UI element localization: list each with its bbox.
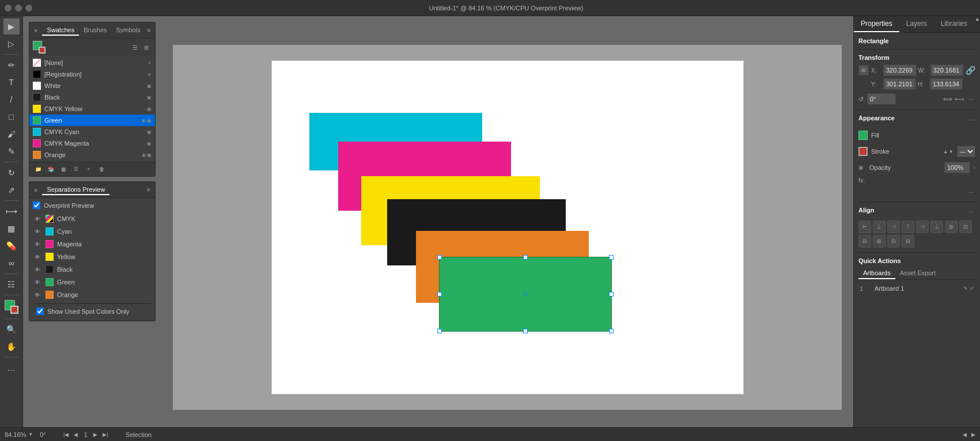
handle-tr[interactable]: [609, 255, 614, 260]
pen-tool[interactable]: ✏: [3, 57, 20, 73]
sep-black[interactable]: 👁 Black: [33, 263, 152, 276]
distribute-right-btn[interactable]: ⊟: [858, 235, 871, 248]
align-center-v-btn[interactable]: ⊣: [916, 221, 929, 233]
tab-layers[interactable]: Layers: [899, 16, 934, 32]
nav-arrow-left[interactable]: ◀: [963, 432, 967, 438]
color-indicator[interactable]: [3, 299, 20, 315]
blend-tool[interactable]: ∞: [3, 255, 20, 271]
handle-ml[interactable]: [437, 292, 442, 296]
align-more[interactable]: ⋯: [967, 208, 975, 216]
sep-green[interactable]: 👁 Green: [33, 276, 152, 288]
close-btn[interactable]: [5, 5, 12, 12]
zoom-tool[interactable]: 🔍: [3, 321, 20, 337]
sep-cmyk[interactable]: 👁 CMYK: [33, 212, 152, 225]
list-view-footer-btn[interactable]: ☰: [71, 164, 81, 174]
list-view-btn[interactable]: ☰: [130, 42, 140, 52]
swatch-white[interactable]: White ▣: [29, 80, 155, 92]
handle-bl[interactable]: [437, 329, 442, 333]
swatch-cmyk-cyan[interactable]: CMYK Cyan ▣: [29, 126, 155, 138]
handle-mr[interactable]: [609, 292, 614, 296]
align-top-edge-btn[interactable]: ⊤: [902, 221, 914, 233]
sep-magenta[interactable]: 👁 Magenta: [33, 238, 152, 250]
transform-w-input[interactable]: [930, 64, 964, 76]
flip-h-btn[interactable]: ⟺: [943, 96, 952, 103]
tab-properties[interactable]: Properties: [854, 16, 899, 32]
handle-tl[interactable]: [437, 255, 442, 260]
new-swatch-btn[interactable]: +: [84, 164, 94, 174]
stroke-up[interactable]: ▲: [943, 149, 948, 154]
swatch-stroke[interactable]: [39, 47, 46, 54]
hand-tool[interactable]: ✋: [3, 339, 20, 355]
fill-swatch[interactable]: [858, 131, 868, 140]
grid-view-btn[interactable]: ⊞: [141, 42, 152, 52]
tab-brushes[interactable]: Brushes: [79, 25, 111, 36]
right-panel-collapse[interactable]: ▲: [975, 16, 980, 32]
transform-h-input[interactable]: [930, 78, 963, 90]
eye-yellow[interactable]: 👁: [33, 252, 42, 261]
artboard[interactable]: [271, 60, 744, 394]
pencil-tool[interactable]: ✎: [3, 143, 20, 159]
next-page-btn[interactable]: ▶: [92, 431, 100, 439]
appearance-more[interactable]: ⋯: [967, 116, 975, 124]
eye-black[interactable]: 👁: [33, 265, 42, 274]
gradient-tool[interactable]: ▩: [3, 221, 20, 237]
distribute-center-h-btn[interactable]: ⊡: [959, 221, 972, 233]
more-tools[interactable]: …: [3, 360, 20, 376]
artboard-row[interactable]: 1 Artboard 1 ✎ ⬀: [858, 283, 975, 294]
align-right-edge-btn[interactable]: ⊣: [887, 221, 900, 233]
artboard-export-btn[interactable]: ⬀: [970, 286, 974, 291]
tab-swatches[interactable]: Swatches: [42, 25, 79, 36]
handle-br[interactable]: [609, 329, 614, 333]
eye-green[interactable]: 👁: [33, 277, 42, 287]
last-page-btn[interactable]: ▶|: [101, 431, 109, 439]
eye-orange[interactable]: 👁: [33, 290, 42, 299]
swatches-close[interactable]: ×: [34, 27, 37, 34]
transform-more[interactable]: ⋯: [967, 95, 975, 104]
qa-asset-export[interactable]: Asset Export: [895, 268, 940, 279]
rotate-tool[interactable]: ↻: [3, 165, 20, 181]
handle-bm[interactable]: [523, 329, 528, 333]
sep-menu[interactable]: ≡: [147, 187, 150, 193]
stroke-down[interactable]: ▼: [949, 149, 953, 154]
first-page-btn[interactable]: |◀: [62, 431, 70, 439]
swatches-menu[interactable]: ≡: [147, 27, 151, 33]
eye-cmyk[interactable]: 👁: [33, 214, 42, 223]
direct-selection-tool[interactable]: ▷: [3, 36, 20, 52]
paintbrush-tool[interactable]: 🖌: [3, 126, 20, 142]
eyedropper-tool[interactable]: 💊: [3, 238, 20, 254]
scale-tool[interactable]: ⇗: [3, 182, 20, 198]
rotation-input[interactable]: [867, 93, 896, 105]
align-left-edge-btn[interactable]: ⊢: [858, 221, 871, 233]
stroke-select[interactable]: —: [957, 146, 975, 157]
handle-tm[interactable]: [523, 255, 528, 260]
transform-y-input[interactable]: [883, 78, 916, 90]
zoom-dropdown[interactable]: ▼: [28, 432, 33, 437]
maximize-btn[interactable]: [25, 5, 32, 12]
sep-close[interactable]: ×: [34, 187, 37, 193]
swatch-cmyk-magenta[interactable]: CMYK Magenta ▣: [29, 138, 155, 149]
opacity-more[interactable]: ›: [974, 165, 975, 170]
tab-symbols[interactable]: Symbols: [112, 25, 145, 36]
fx-more[interactable]: ⋯: [967, 188, 975, 197]
swatch-none[interactable]: [None] ✕: [29, 57, 155, 69]
rect-tool[interactable]: □: [3, 109, 20, 125]
align-bottom-edge-btn[interactable]: ⊥: [930, 221, 943, 233]
selection-tool[interactable]: ▶: [3, 18, 20, 35]
artboard-edit-btn[interactable]: ✎: [963, 286, 968, 291]
eye-cyan[interactable]: 👁: [33, 227, 42, 236]
opacity-input[interactable]: [944, 162, 970, 173]
stroke-swatch[interactable]: [858, 147, 868, 156]
link-proportional-icon[interactable]: 🔗: [966, 66, 975, 75]
delete-swatch-btn[interactable]: 🗑: [96, 164, 107, 174]
overprint-checkbox[interactable]: [33, 202, 40, 209]
line-tool[interactable]: /: [3, 92, 20, 108]
warp-tool[interactable]: ⟼: [3, 203, 20, 219]
swatch-green[interactable]: Green ◉ ▣: [29, 115, 155, 126]
prev-page-btn[interactable]: ◀: [72, 431, 80, 439]
show-spot-checkbox[interactable]: [36, 307, 44, 315]
swatch-orange[interactable]: Orange ◉ ▣: [29, 149, 155, 161]
distribute-top-btn[interactable]: ⊞: [873, 235, 886, 248]
swatch-black[interactable]: Black ▣: [29, 92, 155, 103]
tab-libraries[interactable]: Libraries: [934, 16, 974, 32]
rect-green[interactable]: [439, 257, 612, 332]
